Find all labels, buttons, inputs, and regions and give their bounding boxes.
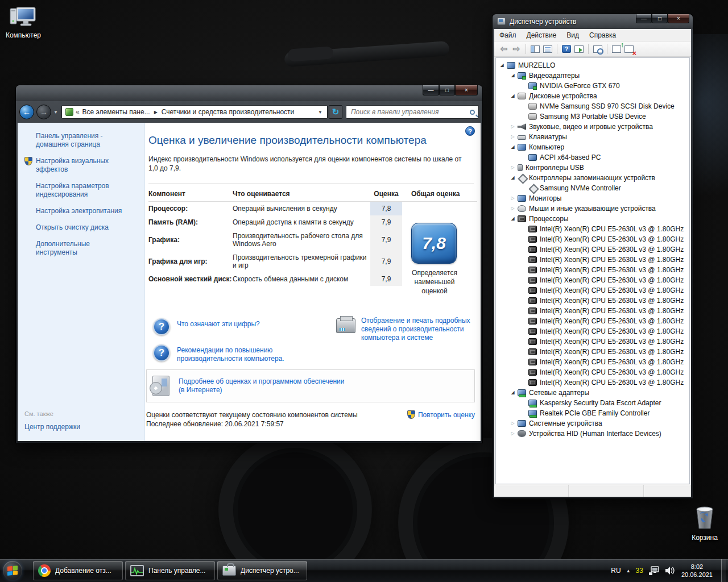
tree-expander-icon[interactable]: ▷: [509, 193, 516, 203]
tree-item[interactable]: Samsung M3 Portable USB Device: [496, 111, 689, 122]
tree-expander-icon[interactable]: ◢: [509, 388, 516, 398]
tree-item[interactable]: Intel(R) Xeon(R) CPU E5-2630L v3 @ 1.80G…: [496, 316, 689, 326]
tree-item[interactable]: Intel(R) Xeon(R) CPU E5-2630L v3 @ 1.80G…: [496, 306, 689, 316]
properties-icon[interactable]: [541, 43, 554, 55]
show-console-tree-icon[interactable]: [529, 43, 541, 55]
desktop-icon-computer[interactable]: Компьютер: [2, 5, 44, 39]
sidebar-item-home[interactable]: Панель управления - домашняя страница: [24, 132, 139, 149]
show-action-pane-icon[interactable]: [573, 43, 585, 55]
search-icon[interactable]: [470, 110, 475, 115]
tree-item[interactable]: Intel(R) Xeon(R) CPU E5-2630L v3 @ 1.80G…: [496, 224, 689, 234]
taskbar-button-control-panel[interactable]: Панель управле...: [125, 561, 215, 580]
start-button[interactable]: [3, 561, 22, 580]
network-icon[interactable]: [648, 566, 660, 576]
tree-item[interactable]: ◢ Сетевые адаптеры: [496, 388, 689, 398]
tree-item[interactable]: ▷ Клавиатуры: [496, 132, 689, 142]
search-box[interactable]: [346, 105, 479, 119]
tree-item[interactable]: Intel(R) Xeon(R) CPU E5-2630L v3 @ 1.80G…: [496, 357, 689, 367]
tree-item[interactable]: ▷ Устройства HID (Human Interface Device…: [496, 429, 689, 439]
tree-item[interactable]: ◢ Процессоры: [496, 214, 689, 224]
tree-expander-icon[interactable]: ◢: [498, 60, 506, 70]
tree-item[interactable]: Intel(R) Xeon(R) CPU E5-2630L v3 @ 1.80G…: [496, 285, 689, 296]
tree-expander-icon[interactable]: ▷: [509, 203, 516, 214]
close-button[interactable]: ×: [668, 14, 689, 23]
tree-expander-icon[interactable]: ◢: [509, 173, 516, 183]
tree-item[interactable]: Intel(R) Xeon(R) CPU E5-2630L v3 @ 1.80G…: [496, 326, 689, 336]
tree-item[interactable]: ▷ Мониторы: [496, 193, 689, 203]
help-icon[interactable]: ?: [560, 43, 573, 55]
link-print-details[interactable]: Отображение и печать подробных сведений …: [336, 315, 475, 342]
uninstall-device-icon[interactable]: [623, 43, 635, 55]
scan-hardware-changes-icon[interactable]: [592, 43, 604, 55]
tree-item[interactable]: Intel(R) Xeon(R) CPU E5-2630L v3 @ 1.80G…: [496, 275, 689, 285]
link-learn-online[interactable]: Подробнее об оценках и программном обесп…: [179, 377, 349, 394]
breadcrumb[interactable]: « Все элементы пане... ▶ Счетчики и сред…: [61, 105, 328, 119]
tree-item[interactable]: Intel(R) Xeon(R) CPU E5-2630L v3 @ 1.80G…: [496, 347, 689, 357]
minimize-button[interactable]: —: [423, 85, 439, 95]
control-panel-titlebar[interactable]: — □ ×: [16, 85, 482, 101]
tree-item[interactable]: ▷ Звуковые, видео и игровые устройства: [496, 122, 689, 132]
back-icon[interactable]: ⇦: [498, 43, 510, 55]
breadcrumb-overflow-chevron[interactable]: «: [76, 108, 80, 116]
menu-file[interactable]: Файл: [494, 29, 522, 41]
tree-expander-icon[interactable]: ◢: [509, 214, 516, 224]
tree-expander-icon[interactable]: ▷: [509, 132, 516, 142]
tree-item[interactable]: Intel(R) Xeon(R) CPU E5-2630L v3 @ 1.80G…: [496, 296, 689, 306]
link-what-numbers-mean[interactable]: ? Что означают эти цифры?: [153, 318, 312, 335]
tree-item[interactable]: ◢ Компьютер: [496, 142, 689, 152]
tree-item[interactable]: Intel(R) Xeon(R) CPU E5-2630L v3 @ 1.80G…: [496, 367, 689, 377]
menu-help[interactable]: Справка: [584, 29, 621, 41]
sidebar-item-power-settings[interactable]: Настройка электропитания: [24, 207, 139, 215]
close-button[interactable]: ×: [455, 85, 478, 95]
clock[interactable]: 8:02 20.06.2021: [681, 563, 713, 579]
tree-item[interactable]: ◢ Видеоадаптеры: [496, 70, 689, 81]
forward-icon[interactable]: ⇨: [510, 43, 523, 55]
breadcrumb-segment-current[interactable]: Счетчики и средства производительности: [162, 108, 294, 116]
tree-item[interactable]: NVIDIA GeForce GTX 670: [496, 81, 689, 91]
desktop-icon-recycle-bin[interactable]: Корзина: [684, 505, 726, 542]
tree-expander-icon[interactable]: ◢: [509, 70, 516, 81]
tree-expander-icon[interactable]: ▷: [509, 418, 516, 429]
tree-item[interactable]: Intel(R) Xeon(R) CPU E5-2630L v3 @ 1.80G…: [496, 336, 689, 347]
tree-item[interactable]: ◢ Дисковые устройства: [496, 91, 689, 101]
tree-expander-icon[interactable]: ◢: [509, 142, 516, 152]
recent-pages-dropdown[interactable]: ▼: [53, 110, 58, 115]
menu-view[interactable]: Вид: [561, 29, 584, 41]
tree-item[interactable]: ▷ Контроллеры USB: [496, 163, 689, 173]
maximize-button[interactable]: □: [652, 14, 668, 23]
device-manager-titlebar[interactable]: Диспетчер устройств — □ ×: [493, 14, 693, 29]
sidebar-item-indexing-options[interactable]: Настройка параметров индексирования: [24, 182, 139, 199]
show-desktop-button[interactable]: [721, 559, 726, 582]
tray-number-indicator[interactable]: 33: [636, 567, 643, 575]
breadcrumb-segment-root[interactable]: Все элементы пане...: [82, 108, 150, 116]
tree-item[interactable]: ▷ Мыши и иные указывающие устройства: [496, 203, 689, 214]
tree-item[interactable]: Realtek PCIe GBE Family Controller: [496, 408, 689, 418]
language-indicator[interactable]: RU: [611, 567, 621, 575]
search-input[interactable]: [350, 107, 470, 117]
tree-item[interactable]: ACPI x64-based PC: [496, 152, 689, 163]
sidebar-item-disk-cleanup[interactable]: Открыть очистку диска: [24, 223, 139, 232]
tree-item[interactable]: Intel(R) Xeon(R) CPU E5-2630L v3 @ 1.80G…: [496, 234, 689, 244]
taskbar-button-browser[interactable]: Добавление отз...: [33, 561, 123, 580]
tree-expander-icon[interactable]: ◢: [509, 91, 516, 101]
tree-item[interactable]: Intel(R) Xeon(R) CPU E5-2630L v3 @ 1.80G…: [496, 377, 689, 388]
rerun-assessment-link[interactable]: Повторить оценку: [407, 410, 475, 419]
update-driver-icon[interactable]: [610, 43, 623, 55]
back-button[interactable]: ←: [19, 105, 34, 119]
tree-expander-icon[interactable]: ▷: [509, 163, 516, 173]
help-icon[interactable]: ?: [465, 126, 475, 136]
tree-item[interactable]: Samsung NVMe Controller: [496, 183, 689, 193]
support-center-link[interactable]: Центр поддержки: [24, 423, 80, 431]
sidebar-item-visual-effects[interactable]: Настройка визуальных эффектов: [24, 157, 139, 174]
tree-item[interactable]: Intel(R) Xeon(R) CPU E5-2630L v3 @ 1.80G…: [496, 265, 689, 275]
tree-item[interactable]: Intel(R) Xeon(R) CPU E5-2630L v3 @ 1.80G…: [496, 255, 689, 265]
tree-item[interactable]: ▷ Системные устройства: [496, 418, 689, 429]
tree-item[interactable]: NVMe Samsung SSD 970 SCSI Disk Device: [496, 101, 689, 111]
sidebar-item-advanced-tools[interactable]: Дополнительные инструменты: [24, 240, 139, 257]
breadcrumb-dropdown-icon[interactable]: ▼: [316, 110, 325, 115]
menu-action[interactable]: Действие: [522, 29, 562, 41]
tree-item[interactable]: ◢ MURZELLO: [496, 60, 689, 70]
tree-expander-icon[interactable]: ▷: [509, 429, 516, 439]
tree-item[interactable]: Intel(R) Xeon(R) CPU E5-2630L v3 @ 1.80G…: [496, 244, 689, 255]
tree-item[interactable]: ◢ Контроллеры запоминающих устройств: [496, 173, 689, 183]
